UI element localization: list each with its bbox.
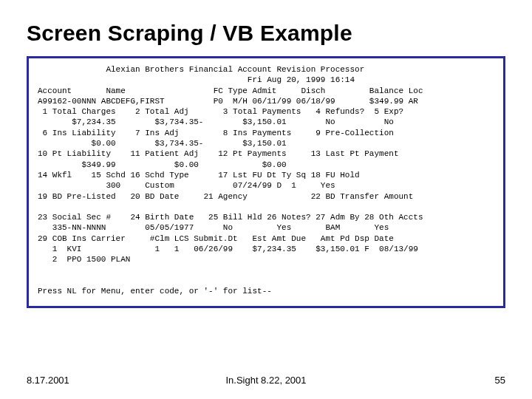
term-line: 335-NN-NNNN 05/05/1977 No Yes BAM Yes: [38, 223, 389, 232]
term-line: 19 BD Pre-Listed 20 BD Date 21 Agency 22…: [38, 192, 413, 201]
term-line: 10 Pt Liability 11 Patient Adj 12 Pt Pay…: [38, 149, 398, 158]
term-line: 23 Social Sec # 24 Birth Date 25 Bill Hl…: [38, 213, 423, 222]
term-line: Press NL for Menu, enter code, or '-' fo…: [38, 287, 272, 296]
term-line: A99162-00NNN ABCDEFG,FIRST P0 M/H 06/11/…: [38, 97, 418, 106]
term-line: 1 KVI 1 1 06/26/99 $7,234.35 $3,150.01 F…: [38, 245, 418, 253]
term-line: $7,234.35 $3,734.35- $3,150.01 No No: [38, 117, 394, 126]
slide-footer: In.Sight 8.22, 2001 8.17.2001 55: [0, 375, 532, 386]
terminal-screen: Alexian Brothers Financial Account Revis…: [27, 56, 505, 308]
term-line: $0.00 $3,734.35- $3,150.01: [38, 139, 287, 148]
term-line: 1 Total Charges 2 Total Adj 3 Total Paym…: [38, 107, 403, 116]
slide-title: Screen Scraping / VB Example: [27, 21, 505, 46]
term-line: 14 Wkfl 15 Schd 16 Schd Type 17 Lst FU D…: [38, 171, 360, 180]
footer-center: In.Sight 8.22, 2001: [0, 375, 532, 386]
term-line: 2 PPO 1500 PLAN: [38, 255, 130, 264]
term-line: 29 COB Ins Carrier #Clm LCS Submit.Dt Es…: [38, 234, 394, 243]
term-line: 6 Ins Liability 7 Ins Adj 8 Ins Payments…: [38, 129, 394, 137]
term-line: $349.99 $0.00 $0.00: [38, 160, 287, 169]
term-line: Alexian Brothers Financial Account Revis…: [38, 65, 364, 74]
term-line: 300 Custom 07/24/99 D 1 Yes: [38, 181, 335, 190]
term-line: Account Name FC Type Admit Disch Balance…: [38, 86, 423, 95]
term-line: Fri Aug 20, 1999 16:14: [38, 75, 355, 84]
